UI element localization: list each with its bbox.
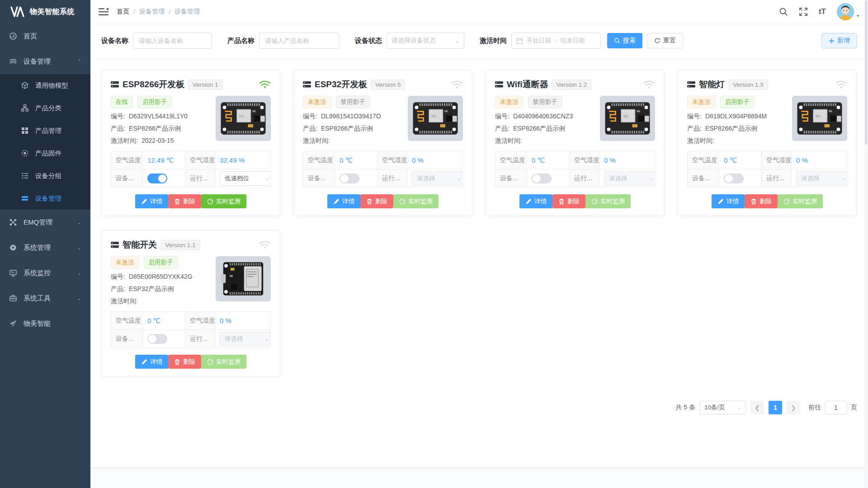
run-mode-select[interactable]: 请选择⌄ — [796, 171, 847, 186]
sidebar-item-thing-model[interactable]: 通用物模型 — [0, 74, 90, 97]
date-range-picker[interactable]: 开始日期 - 结束日期 — [511, 33, 601, 49]
detail-button[interactable]: 详情 — [327, 194, 360, 208]
run-mode-select[interactable]: 请选择⌄ — [604, 171, 655, 186]
run-mode-select[interactable]: 低速档位⌄ — [220, 171, 271, 186]
odometer-icon — [207, 198, 213, 205]
add-button[interactable]: 新增 — [821, 33, 857, 48]
sidebar-item-product-firmware[interactable]: 产品固件 — [0, 142, 90, 164]
firmware-icon — [21, 149, 29, 157]
activated-label: 激活时间: — [111, 297, 138, 305]
temp-label: 空气温度 — [688, 151, 719, 169]
device-switch-toggle[interactable] — [532, 174, 552, 183]
fullscreen-icon[interactable] — [799, 7, 808, 16]
detail-button[interactable]: 详情 — [519, 194, 552, 208]
device-card: ESP32开发板 Version 5 未激活 禁用影子 编号:DL9981541… — [293, 70, 472, 216]
realtime-monitor-button: 实时监测 — [201, 355, 246, 369]
user-menu[interactable]: ▾ — [837, 3, 859, 20]
hum-label: 空气湿度 — [185, 312, 215, 330]
odometer-icon — [399, 198, 406, 205]
prev-page-button[interactable]: ❮ — [750, 401, 764, 414]
trash-icon — [174, 198, 180, 205]
run-mode-select[interactable]: 请选择⌄ — [412, 171, 463, 186]
layers-icon — [9, 57, 17, 66]
filter-bar: 设备名称 产品名称 设备状态 请选择设备状态 ⌄ 激活时间 开始日期 - 结束日… — [90, 23, 868, 59]
device-status-label: 设备状态 — [355, 37, 382, 45]
sidebar-item-system-monitor[interactable]: 系统监控 ⌄ — [0, 260, 90, 286]
sidebar-item-product-management[interactable]: 产品管理 — [0, 119, 90, 142]
device-switch-toggle[interactable] — [147, 334, 167, 344]
window-scrollbar[interactable] — [864, 0, 868, 488]
detail-button[interactable]: 详情 — [135, 355, 168, 369]
app-logo[interactable]: 物美智能系统 — [0, 0, 90, 23]
gear-icon — [9, 244, 17, 252]
delete-button[interactable]: 删除 — [552, 194, 585, 208]
sidebar-item-emq[interactable]: EMQ管理 ⌄ — [0, 210, 90, 235]
next-page-button[interactable]: ❯ — [787, 401, 800, 414]
product-label: 产品: — [687, 125, 702, 133]
sidebar-item-home[interactable]: 首页 — [0, 23, 90, 49]
sidebar-item-device-management-active[interactable]: 设备管理 — [0, 187, 90, 210]
reset-button[interactable]: 重置 — [647, 33, 683, 48]
sidebar-item-device-group[interactable]: 设备分组 — [0, 164, 90, 187]
number-label: 编号: — [303, 113, 317, 121]
wifi-online-icon — [259, 80, 271, 89]
delete-button[interactable]: 删除 — [360, 194, 393, 208]
device-card: 智能开关 Version 1.1 未激活 启用影子 编号:D85E00R65DY… — [101, 230, 280, 376]
device-switch-label: 设备... — [303, 169, 335, 188]
breadcrumb-current: 设备管理 — [175, 8, 200, 16]
avatar[interactable] — [837, 3, 854, 20]
sidebar-item-product-category[interactable]: 产品分类 — [0, 97, 90, 119]
sidebar-item-label: 系统管理 — [24, 244, 51, 252]
sidebar-item-system-tools[interactable]: 系统工具 ⌄ — [0, 286, 90, 311]
realtime-monitor-button[interactable]: 实时监测 — [201, 194, 246, 208]
sidebar-item-label: 产品管理 — [35, 127, 61, 135]
breadcrumb-home[interactable]: 首页 — [117, 8, 129, 16]
current-page-button[interactable]: 1 — [769, 401, 782, 414]
sidebar-item-system-management[interactable]: 系统管理 ⌄ — [0, 235, 90, 260]
scrollbar-thumb[interactable] — [865, 0, 868, 145]
product-name-label: 产品名称 — [227, 37, 255, 45]
chevron-down-icon: ⌄ — [265, 336, 269, 342]
sidebar-collapse-icon[interactable] — [99, 8, 108, 16]
wifi-offline-icon — [259, 240, 271, 249]
product-value: ESP32产品示例 — [129, 285, 174, 293]
caret-down-icon: ▾ — [857, 13, 859, 18]
device-switch-toggle[interactable] — [147, 174, 167, 183]
calendar-icon — [516, 38, 523, 44]
device-switch-toggle[interactable] — [724, 174, 744, 183]
device-switch-label: 设备... — [495, 169, 527, 188]
run-mode-label: 运行... — [185, 330, 215, 348]
chevron-down-icon: ⌄ — [265, 175, 269, 181]
device-card: 智能灯 Version 1.3 未激活 启用影子 编号:D819DLX904P8… — [678, 70, 857, 216]
activated-label: 激活时间: — [303, 137, 330, 145]
chevron-down-icon: ⌄ — [457, 175, 461, 181]
delete-button[interactable]: 删除 — [168, 355, 201, 369]
search-icon — [614, 38, 620, 44]
device-status-select[interactable]: 请选择设备状态 ⌄ — [387, 33, 464, 49]
search-icon[interactable] — [779, 7, 788, 16]
activated-label: 激活时间: — [495, 137, 522, 145]
run-mode-select[interactable]: 请选择⌄ — [220, 332, 271, 346]
detail-button[interactable]: 详情 — [712, 194, 745, 208]
device-switch-toggle[interactable] — [340, 174, 359, 183]
product-name-input[interactable] — [259, 33, 340, 49]
number-label: 编号: — [111, 113, 125, 121]
page-size-select[interactable]: 10条/页 ⌄ — [700, 401, 746, 414]
sidebar-item-wumei[interactable]: 物美智能 — [0, 311, 90, 336]
sidebar-item-device-management[interactable]: 设备管理 ⌃ — [0, 49, 90, 74]
sidebar-item-label: 物美智能 — [24, 319, 51, 328]
search-button[interactable]: 搜索 — [607, 33, 642, 48]
edit-icon — [141, 198, 147, 205]
delete-button[interactable]: 删除 — [745, 194, 778, 208]
device-icon — [687, 81, 695, 88]
device-name-input[interactable] — [133, 33, 212, 49]
delete-button[interactable]: 删除 — [168, 194, 201, 208]
chevron-down-icon: ⌄ — [455, 38, 459, 44]
goto-page-input[interactable] — [825, 401, 847, 414]
sidebar-item-label: 通用物模型 — [35, 81, 68, 90]
device-image: FC — [408, 96, 463, 141]
font-size-icon[interactable]: tT — [819, 7, 826, 16]
detail-button[interactable]: 详情 — [135, 194, 168, 208]
device-icon — [111, 81, 119, 88]
run-mode-label: 运行... — [762, 169, 792, 188]
